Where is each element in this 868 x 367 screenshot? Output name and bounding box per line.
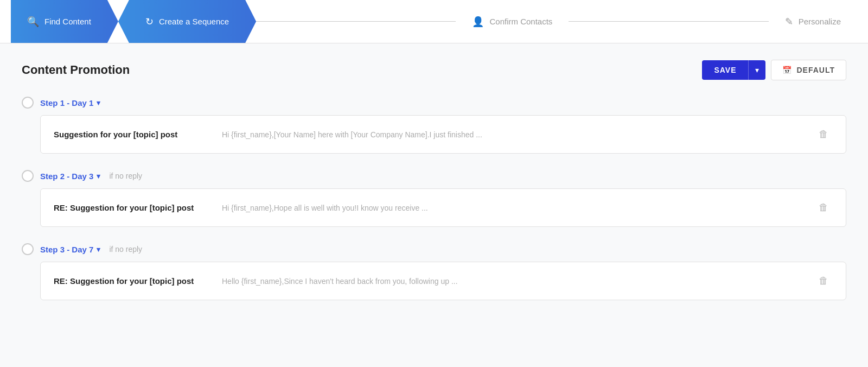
step-3-delete-button[interactable]: 🗑	[814, 273, 833, 289]
step-1-email-subject: Suggestion for your [topic] post	[54, 130, 206, 139]
user-icon: 👤	[472, 16, 484, 28]
edit-icon: ✎	[785, 16, 793, 28]
sequence-steps-container: Step 1 - Day 1 ▾ Suggestion for your [to…	[22, 97, 846, 300]
wizard-step-create-sequence[interactable]: ↻ Create a Sequence	[118, 0, 256, 43]
step-2-if-no-reply: if no reply	[109, 172, 142, 180]
header-actions: SAVE ▾ 📅 DEFAULT	[702, 60, 846, 80]
step-1-chevron-icon: ▾	[97, 99, 100, 107]
save-button[interactable]: SAVE	[702, 60, 748, 80]
personalize-label: Personalize	[799, 17, 841, 26]
step-2-email-preview: Hi {first_name},Hope all is well with yo…	[222, 204, 814, 212]
step-divider-1	[256, 21, 456, 22]
step-divider-2	[569, 21, 768, 22]
sequence-step-1: Step 1 - Day 1 ▾ Suggestion for your [to…	[22, 97, 846, 154]
find-content-label: Find Content	[44, 17, 91, 26]
confirm-contacts-label: Confirm Contacts	[489, 17, 552, 26]
save-dropdown-button[interactable]: ▾	[748, 60, 765, 80]
step-2-title[interactable]: Step 2 - Day 3 ▾	[40, 172, 100, 181]
step-3-email-card[interactable]: RE: Suggestion for your [topic] post Hel…	[40, 262, 846, 300]
step-1-header: Step 1 - Day 1 ▾	[22, 97, 846, 109]
step-3-if-no-reply: if no reply	[109, 245, 142, 254]
step-3-header: Step 3 - Day 7 ▾ if no reply	[22, 243, 846, 255]
sequence-step-3: Step 3 - Day 7 ▾ if no reply RE: Suggest…	[22, 243, 846, 300]
step-3-radio[interactable]	[22, 243, 34, 255]
wizard-step-confirm-contacts[interactable]: 👤 Confirm Contacts	[456, 0, 569, 43]
chevron-down-icon: ▾	[755, 66, 759, 74]
wizard-step-find-content[interactable]: 🔍 Find Content	[11, 0, 118, 43]
step-3-chevron-icon: ▾	[97, 245, 100, 254]
step-1-delete-button[interactable]: 🗑	[814, 126, 833, 142]
calendar-icon: 📅	[782, 66, 792, 74]
wizard-nav: 🔍 Find Content ↻ Create a Sequence 👤 Con…	[0, 0, 868, 43]
wizard-step-personalize[interactable]: ✎ Personalize	[769, 0, 857, 43]
step-1-radio[interactable]	[22, 97, 34, 109]
step-2-header: Step 2 - Day 3 ▾ if no reply	[22, 170, 846, 182]
refresh-icon: ↻	[145, 16, 154, 28]
step-2-chevron-icon: ▾	[97, 172, 100, 180]
page-header: Content Promotion SAVE ▾ 📅 DEFAULT	[22, 60, 846, 80]
main-content: Content Promotion SAVE ▾ 📅 DEFAULT Step …	[0, 43, 868, 367]
step-3-email-subject: RE: Suggestion for your [topic] post	[54, 276, 206, 286]
step-2-email-subject: RE: Suggestion for your [topic] post	[54, 203, 206, 212]
step-1-email-card[interactable]: Suggestion for your [topic] post Hi {fir…	[40, 115, 846, 154]
step-3-title[interactable]: Step 3 - Day 7 ▾	[40, 245, 100, 254]
sequence-step-2: Step 2 - Day 3 ▾ if no reply RE: Suggest…	[22, 170, 846, 227]
page-title: Content Promotion	[22, 63, 130, 77]
step-2-radio[interactable]	[22, 170, 34, 182]
default-button[interactable]: 📅 DEFAULT	[771, 60, 846, 80]
step-2-email-card[interactable]: RE: Suggestion for your [topic] post Hi …	[40, 188, 846, 227]
create-sequence-label: Create a Sequence	[159, 17, 229, 26]
step-2-delete-button[interactable]: 🗑	[814, 200, 833, 216]
step-3-email-preview: Hello {first_name},Since I haven't heard…	[222, 277, 814, 286]
step-1-email-preview: Hi {first_name},​[Your Name] here with […	[222, 130, 814, 139]
search-icon: 🔍	[27, 16, 39, 28]
step-1-title[interactable]: Step 1 - Day 1 ▾	[40, 98, 100, 107]
